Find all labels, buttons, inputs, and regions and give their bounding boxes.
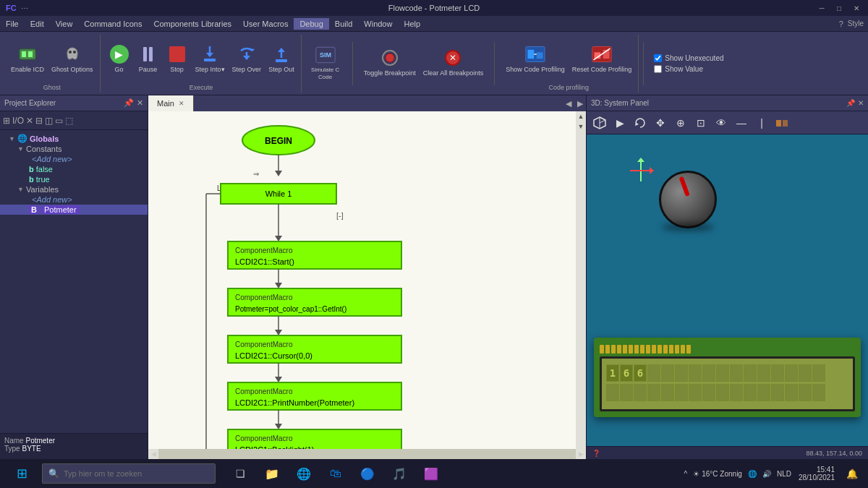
flowchart-wrapper[interactable]: BEGIN ⇒ Loop While 1 [: [148, 111, 576, 449]
taskbar-icon-chrome[interactable]: 🔵: [353, 459, 382, 488]
sb-icon-6[interactable]: ▭: [55, 116, 63, 126]
scroll-up-button[interactable]: ▲: [576, 111, 586, 121]
potentiometer-knob[interactable]: [659, 171, 717, 228]
close-button[interactable]: ✕: [851, 2, 862, 14]
3d-zoom-icon[interactable]: ⊕: [672, 114, 689, 132]
globals-expander[interactable]: ▼: [9, 135, 17, 142]
h-scroll-left[interactable]: ◀: [148, 450, 158, 458]
taskbar-icon-explorer[interactable]: 📁: [258, 459, 286, 488]
tree-true[interactable]: b true: [0, 174, 148, 184]
step-into-button[interactable]: Step Into▾: [193, 39, 227, 80]
constants-expander[interactable]: ▼: [17, 145, 26, 153]
panel-pin-icon[interactable]: 📌: [846, 99, 855, 107]
tray-volume[interactable]: 🔊: [762, 470, 771, 478]
show-code-profiling-button[interactable]: Show Code Profiling: [503, 39, 567, 80]
panel-close-icon[interactable]: ✕: [858, 99, 864, 107]
knob-body[interactable]: [659, 171, 717, 228]
taskbar-search-input[interactable]: [64, 469, 209, 478]
taskbar-search-box[interactable]: 🔍: [42, 463, 216, 484]
menu-edit[interactable]: Edit: [25, 18, 50, 30]
menu-help[interactable]: Help: [398, 18, 426, 30]
step-over-button[interactable]: Step Over: [230, 39, 264, 80]
canvas-nav-left[interactable]: ◀: [563, 95, 574, 111]
sb-icon-4[interactable]: ⊟: [35, 116, 43, 126]
tray-language[interactable]: NLD: [777, 470, 791, 478]
3d-play-icon[interactable]: ▶: [611, 114, 629, 132]
tray-network[interactable]: 🌐: [748, 470, 757, 478]
variables-expander[interactable]: ▼: [17, 186, 26, 193]
toggle-breakpoint-button[interactable]: Toggle Breakpoint: [362, 43, 418, 83]
menu-debug[interactable]: Debug: [294, 18, 328, 30]
menu-components[interactable]: Components Libraries: [148, 18, 237, 30]
lcd-pin-7: [634, 345, 639, 354]
enable-icd-button[interactable]: Enable ICD: [9, 39, 46, 80]
sb-icon-7[interactable]: ⬚: [65, 116, 73, 126]
notification-button[interactable]: 🔔: [842, 459, 862, 488]
canvas-scroll[interactable]: ▲ ▼: [576, 111, 586, 449]
pause-button[interactable]: Pause: [135, 39, 161, 80]
taskbar-icon-music[interactable]: 🎵: [385, 459, 414, 488]
clear-breakpoints-button[interactable]: ✕ Clear All Breakpoints: [421, 43, 486, 83]
tray-arrow[interactable]: ^: [684, 470, 688, 478]
canvas-nav-right[interactable]: ▶: [574, 95, 586, 111]
step-out-button[interactable]: Step Out: [266, 39, 297, 80]
show-value-check[interactable]: Show Value: [654, 65, 723, 73]
canvas-bottom-scroll[interactable]: ◀ ▶: [148, 449, 586, 459]
tree-false[interactable]: b false: [0, 164, 148, 174]
system-clock[interactable]: 15:41 28/10/2021: [799, 466, 835, 481]
tree-constants[interactable]: ▼ Constants: [0, 144, 148, 154]
show-unexecuted-checkbox[interactable]: [654, 54, 662, 62]
3d-cube-icon[interactable]: [591, 114, 608, 132]
menu-build[interactable]: Build: [329, 18, 358, 30]
tray-weather[interactable]: ☀ 16°C Zonnig: [693, 470, 742, 478]
3d-frame-icon[interactable]: ⊡: [692, 114, 710, 132]
question-icon[interactable]: ?: [839, 20, 843, 28]
3d-move-icon[interactable]: ✥: [652, 114, 669, 132]
tree-potmeter[interactable]: B Potmeter: [0, 205, 148, 215]
reset-code-profiling-button[interactable]: Reset Code Profiling: [570, 39, 634, 80]
sidebar-close-icon[interactable]: ✕: [137, 98, 143, 108]
start-button[interactable]: ⊞: [6, 459, 38, 488]
sb-icon-1[interactable]: ⊞: [3, 116, 10, 126]
lcd-pin-16: [686, 345, 691, 354]
show-unexecuted-check[interactable]: Show Unexecuted: [654, 54, 723, 62]
show-value-checkbox[interactable]: [654, 65, 662, 73]
3d-rotate-icon[interactable]: [631, 114, 649, 132]
menu-user-macros[interactable]: User Macros: [237, 18, 294, 30]
maximize-button[interactable]: □: [833, 2, 845, 14]
3d-line-v-icon[interactable]: |: [753, 114, 770, 132]
taskbar-icon-flowcode[interactable]: 🟪: [417, 459, 446, 488]
3d-eye-icon[interactable]: 👁: [712, 114, 730, 132]
menu-view[interactable]: View: [50, 18, 79, 30]
stop-button[interactable]: Stop: [164, 39, 190, 80]
h-scroll-right[interactable]: ▶: [576, 450, 586, 458]
tree-add-new-const[interactable]: <Add new>: [0, 154, 148, 164]
sb-icon-2[interactable]: I/O: [12, 116, 24, 126]
sb-icon-5[interactable]: ◫: [45, 116, 53, 126]
sidebar-pin-icon[interactable]: 📌: [124, 98, 134, 108]
menu-window[interactable]: Window: [358, 18, 398, 30]
tab-close-icon[interactable]: ✕: [179, 100, 184, 107]
panel-status: ❓ 88.43, 157.14, 0.00: [587, 446, 868, 459]
main-tab[interactable]: Main ✕: [148, 95, 194, 111]
svg-marker-21: [275, 171, 282, 176]
simulate-button[interactable]: SIM Simulate C Code: [307, 43, 344, 83]
tree-globals[interactable]: ▼ 🌐 Globals: [0, 133, 148, 144]
sb-icon-3[interactable]: ✕: [26, 116, 33, 126]
menu-command-icons[interactable]: Command Icons: [78, 18, 148, 30]
taskbar-icon-edge[interactable]: 🌐: [289, 459, 318, 488]
bool-false-icon: b: [29, 165, 34, 174]
taskbar-icon-store[interactable]: 🛍: [321, 459, 350, 488]
go-button[interactable]: ▶ Go: [106, 39, 132, 80]
3d-palette-icon[interactable]: [773, 114, 791, 132]
toolbar-divider-1: [352, 42, 353, 85]
help-icon[interactable]: ❓: [592, 450, 600, 457]
scroll-down-button[interactable]: ▼: [576, 121, 586, 132]
tree-add-new-var[interactable]: <Add new>: [0, 194, 148, 205]
taskbar-icon-task-view[interactable]: ❏: [226, 459, 255, 488]
3d-line-h-icon[interactable]: —: [733, 114, 750, 132]
ghost-options-button[interactable]: Ghost Options: [49, 39, 95, 80]
minimize-button[interactable]: ─: [816, 2, 827, 14]
menu-file[interactable]: File: [0, 18, 25, 30]
tree-variables[interactable]: ▼ Variables: [0, 184, 148, 194]
